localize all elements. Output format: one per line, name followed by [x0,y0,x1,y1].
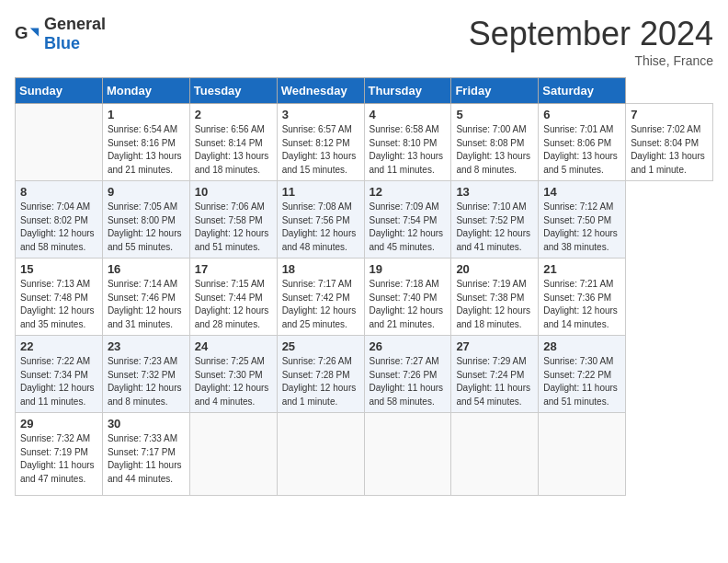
calendar-cell [16,104,103,181]
day-info: Sunrise: 7:15 AMSunset: 7:44 PMDaylight:… [195,278,272,331]
day-info: Sunrise: 6:58 AMSunset: 8:10 PMDaylight:… [370,123,447,177]
day-number: 8 [20,185,97,199]
calendar-cell: 19 Sunrise: 7:18 AMSunset: 7:40 PMDaylig… [364,259,451,336]
day-number: 10 [195,185,272,199]
calendar-cell: 14 Sunrise: 7:12 AMSunset: 7:50 PMDaylig… [539,181,626,259]
calendar-cell: 17 Sunrise: 7:15 AMSunset: 7:44 PMDaylig… [189,259,277,336]
calendar-cell: 30 Sunrise: 7:33 AMSunset: 7:17 PMDaylig… [102,413,189,496]
day-number: 6 [543,108,620,121]
calendar-cell: 4 Sunrise: 6:58 AMSunset: 8:10 PMDayligh… [364,104,451,181]
day-info: Sunrise: 7:25 AMSunset: 7:30 PMDaylight:… [195,355,272,408]
calendar-cell: 26 Sunrise: 7:27 AMSunset: 7:26 PMDaylig… [364,336,451,413]
calendar-week-row: 15 Sunrise: 7:13 AMSunset: 7:48 PMDaylig… [16,259,713,336]
weekday-header-monday: Monday [102,78,189,104]
day-number: 24 [195,339,272,353]
day-info: Sunrise: 7:19 AMSunset: 7:38 PMDaylight:… [456,278,533,331]
weekday-header-sunday: Sunday [16,78,103,104]
day-number: 9 [108,185,185,199]
day-info: Sunrise: 7:33 AMSunset: 7:17 PMDaylight:… [108,432,185,486]
day-number: 2 [195,108,272,121]
day-info: Sunrise: 7:00 AMSunset: 8:08 PMDaylight:… [456,123,533,177]
weekday-header-wednesday: Wednesday [277,78,364,104]
day-info: Sunrise: 7:26 AMSunset: 7:28 PMDaylight:… [282,355,359,408]
header: G General Blue September 2024 Thise, Fra… [15,15,713,68]
calendar-cell: 3 Sunrise: 6:57 AMSunset: 8:12 PMDayligh… [277,104,364,181]
day-info: Sunrise: 7:27 AMSunset: 7:26 PMDaylight:… [370,355,447,408]
calendar-cell: 2 Sunrise: 6:56 AMSunset: 8:14 PMDayligh… [189,104,277,181]
day-info: Sunrise: 6:54 AMSunset: 8:16 PMDaylight:… [108,123,185,177]
calendar-cell: 5 Sunrise: 7:00 AMSunset: 8:08 PMDayligh… [451,104,539,181]
calendar-cell [451,413,539,496]
calendar-cell: 28 Sunrise: 7:30 AMSunset: 7:22 PMDaylig… [539,336,626,413]
day-info: Sunrise: 7:08 AMSunset: 7:56 PMDaylight:… [282,201,359,254]
calendar-cell [539,413,626,496]
day-info: Sunrise: 7:02 AMSunset: 8:04 PMDaylight:… [631,123,708,177]
calendar-week-row: 29 Sunrise: 7:32 AMSunset: 7:19 PMDaylig… [16,413,713,496]
day-info: Sunrise: 7:04 AMSunset: 8:02 PMDaylight:… [20,201,97,254]
location: Thise, France [469,53,713,68]
day-number: 28 [543,339,620,353]
day-info: Sunrise: 7:30 AMSunset: 7:22 PMDaylight:… [543,355,620,408]
day-number: 25 [282,339,359,353]
day-info: Sunrise: 6:56 AMSunset: 8:14 PMDaylight:… [195,123,272,177]
calendar-cell: 11 Sunrise: 7:08 AMSunset: 7:56 PMDaylig… [277,181,364,259]
svg-marker-1 [30,28,39,36]
weekday-header-friday: Friday [451,78,539,104]
calendar-cell: 23 Sunrise: 7:23 AMSunset: 7:32 PMDaylig… [102,336,189,413]
day-number: 30 [108,417,185,431]
day-number: 27 [456,339,533,353]
calendar-cell [189,413,277,496]
weekday-header-saturday: Saturday [539,78,626,104]
logo: G General Blue [15,15,106,53]
calendar-cell: 18 Sunrise: 7:17 AMSunset: 7:42 PMDaylig… [277,259,364,336]
day-number: 5 [456,108,533,121]
day-info: Sunrise: 7:18 AMSunset: 7:40 PMDaylight:… [370,278,447,331]
calendar-cell: 20 Sunrise: 7:19 AMSunset: 7:38 PMDaylig… [451,259,539,336]
calendar-cell: 7 Sunrise: 7:02 AMSunset: 8:04 PMDayligh… [626,104,713,181]
calendar-cell: 12 Sunrise: 7:09 AMSunset: 7:54 PMDaylig… [364,181,451,259]
day-number: 4 [370,108,447,121]
day-info: Sunrise: 7:22 AMSunset: 7:34 PMDaylight:… [20,355,97,408]
calendar-cell: 6 Sunrise: 7:01 AMSunset: 8:06 PMDayligh… [539,104,626,181]
day-info: Sunrise: 7:05 AMSunset: 8:00 PMDaylight:… [108,201,185,254]
day-number: 7 [631,108,708,121]
day-number: 11 [282,185,359,199]
day-info: Sunrise: 7:32 AMSunset: 7:19 PMDaylight:… [20,432,97,486]
svg-text:G: G [15,23,28,42]
day-number: 15 [20,262,97,276]
calendar-cell: 29 Sunrise: 7:32 AMSunset: 7:19 PMDaylig… [16,413,103,496]
calendar-cell: 21 Sunrise: 7:21 AMSunset: 7:36 PMDaylig… [539,259,626,336]
weekday-header-tuesday: Tuesday [189,78,277,104]
day-info: Sunrise: 7:17 AMSunset: 7:42 PMDaylight:… [282,278,359,331]
weekday-header-thursday: Thursday [364,78,451,104]
day-info: Sunrise: 7:29 AMSunset: 7:24 PMDaylight:… [456,355,533,408]
calendar-cell: 10 Sunrise: 7:06 AMSunset: 7:58 PMDaylig… [189,181,277,259]
day-number: 19 [370,262,447,276]
month-title: September 2024 [469,15,713,53]
day-number: 13 [456,185,533,199]
day-number: 14 [543,185,620,199]
day-number: 29 [20,417,97,431]
day-number: 23 [108,339,185,353]
calendar-cell: 9 Sunrise: 7:05 AMSunset: 8:00 PMDayligh… [102,181,189,259]
day-number: 21 [543,262,620,276]
day-info: Sunrise: 7:14 AMSunset: 7:46 PMDaylight:… [108,278,185,331]
day-info: Sunrise: 7:09 AMSunset: 7:54 PMDaylight:… [370,201,447,254]
calendar-cell: 24 Sunrise: 7:25 AMSunset: 7:30 PMDaylig… [189,336,277,413]
title-area: September 2024 Thise, France [469,15,713,68]
day-info: Sunrise: 7:01 AMSunset: 8:06 PMDaylight:… [543,123,620,177]
day-number: 17 [195,262,272,276]
calendar-cell: 22 Sunrise: 7:22 AMSunset: 7:34 PMDaylig… [16,336,103,413]
calendar-cell: 1 Sunrise: 6:54 AMSunset: 8:16 PMDayligh… [102,104,189,181]
day-number: 22 [20,339,97,353]
logo-general-text: General [44,15,106,33]
calendar-week-row: 8 Sunrise: 7:04 AMSunset: 8:02 PMDayligh… [16,181,713,259]
day-number: 3 [282,108,359,121]
logo-blue-text: Blue [44,34,80,52]
day-info: Sunrise: 7:21 AMSunset: 7:36 PMDaylight:… [543,278,620,331]
day-number: 16 [108,262,185,276]
calendar-table: SundayMondayTuesdayWednesdayThursdayFrid… [15,77,713,496]
day-info: Sunrise: 7:12 AMSunset: 7:50 PMDaylight:… [543,201,620,254]
day-info: Sunrise: 7:13 AMSunset: 7:48 PMDaylight:… [20,278,97,331]
calendar-cell: 15 Sunrise: 7:13 AMSunset: 7:48 PMDaylig… [16,259,103,336]
